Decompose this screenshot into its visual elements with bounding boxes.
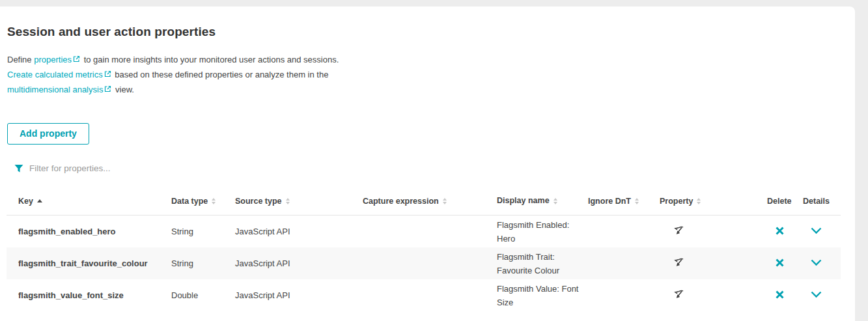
column-header-display-name[interactable]: Display name bbox=[497, 194, 588, 208]
source-type-cell: JavaScript API bbox=[235, 227, 363, 236]
page-title: Session and user action properties bbox=[7, 25, 855, 39]
column-header-label: Capture expression bbox=[363, 197, 439, 206]
external-link-icon bbox=[104, 68, 112, 83]
filter-funnel-icon bbox=[14, 164, 23, 173]
table-row: flagsmith_trait_favourite_colour String … bbox=[7, 247, 841, 279]
multidimensional-analysis-link[interactable]: multidimensional analysis bbox=[7, 85, 103, 94]
delete-x-icon[interactable] bbox=[775, 258, 785, 268]
column-header-details: Details bbox=[803, 197, 841, 206]
property-type-cell bbox=[660, 288, 767, 303]
display-name-cell: Flagsmith Trait: Favourite Colour bbox=[497, 250, 588, 277]
delete-x-icon[interactable] bbox=[775, 290, 785, 300]
data-type-cell: String bbox=[171, 258, 235, 268]
data-type-cell: String bbox=[171, 227, 235, 236]
data-type-cell: Double bbox=[171, 290, 235, 300]
external-link-icon bbox=[72, 53, 81, 68]
sort-toggle-icon bbox=[212, 198, 216, 204]
column-header-label: Ignore DnT bbox=[588, 197, 631, 206]
details-cell bbox=[803, 227, 841, 236]
details-cell bbox=[803, 258, 841, 268]
column-header-capture-expression[interactable]: Capture expression bbox=[363, 197, 497, 206]
delete-cell bbox=[767, 226, 803, 238]
intro-text-segment: view. bbox=[113, 85, 134, 94]
intro-text-segment: Define bbox=[7, 55, 34, 64]
column-header-label: Display name bbox=[497, 194, 550, 208]
property-type-cell bbox=[660, 257, 767, 271]
column-header-key[interactable]: Key bbox=[7, 197, 171, 206]
sort-toggle-icon bbox=[553, 198, 557, 204]
delete-x-icon[interactable] bbox=[775, 226, 785, 236]
column-header-delete: Delete bbox=[767, 197, 803, 206]
properties-link[interactable]: properties bbox=[34, 55, 72, 64]
scrollbar-track[interactable] bbox=[855, 0, 868, 321]
add-property-button[interactable]: Add property bbox=[7, 123, 89, 145]
source-type-cell: JavaScript API bbox=[235, 258, 363, 268]
sort-toggle-icon bbox=[635, 198, 639, 204]
intro-text-segment: based on these defined properties or ana… bbox=[113, 70, 329, 79]
filter-properties-input[interactable] bbox=[28, 163, 236, 174]
column-header-property[interactable]: Property bbox=[660, 197, 767, 206]
calculated-metrics-link[interactable]: Create calculated metrics bbox=[7, 70, 103, 79]
sort-toggle-icon bbox=[443, 198, 447, 204]
table-row: flagsmith_enabled_hero String JavaScript… bbox=[7, 216, 841, 247]
column-header-label: Data type bbox=[171, 197, 208, 206]
intro-text-segment: to gain more insights into your monitore… bbox=[81, 55, 339, 64]
property-type-cell bbox=[660, 225, 767, 239]
column-header-label: Delete bbox=[767, 197, 792, 206]
sort-ascending-icon bbox=[37, 199, 42, 202]
delete-cell bbox=[767, 258, 803, 270]
intro-line-2: Create calculated metrics based on these… bbox=[7, 68, 855, 83]
action-property-icon bbox=[673, 225, 685, 237]
action-property-icon bbox=[673, 257, 685, 269]
display-name-cell: Flagsmith Enabled: Hero bbox=[497, 218, 588, 245]
column-header-label: Key bbox=[18, 197, 33, 206]
intro-text: Define properties to gain more insights … bbox=[7, 53, 855, 98]
property-key-cell: flagsmith_enabled_hero bbox=[7, 227, 171, 236]
column-header-label: Source type bbox=[235, 197, 282, 206]
source-type-cell: JavaScript API bbox=[235, 290, 363, 300]
delete-cell bbox=[767, 290, 803, 301]
sort-toggle-icon bbox=[697, 198, 701, 204]
table-header-row: Key Data type Source type Capture expres… bbox=[7, 194, 841, 216]
column-header-label: Details bbox=[803, 197, 830, 206]
details-cell bbox=[803, 290, 841, 300]
intro-line-1: Define properties to gain more insights … bbox=[7, 53, 855, 68]
column-header-source-type[interactable]: Source type bbox=[235, 197, 363, 206]
chevron-down-icon[interactable] bbox=[811, 227, 822, 234]
table-row: flagsmith_value_font_size Double JavaScr… bbox=[7, 279, 841, 311]
sort-toggle-icon bbox=[286, 198, 290, 204]
main-panel: Session and user action properties Defin… bbox=[0, 7, 855, 321]
chevron-down-icon[interactable] bbox=[811, 259, 822, 266]
property-key-cell: flagsmith_trait_favourite_colour bbox=[7, 258, 171, 268]
filter-bar bbox=[14, 163, 855, 174]
display-name-cell: Flagsmith Value: Font Size bbox=[497, 282, 588, 309]
property-key-cell: flagsmith_value_font_size bbox=[7, 290, 171, 300]
intro-line-3: multidimensional analysis view. bbox=[7, 83, 855, 98]
properties-table: Key Data type Source type Capture expres… bbox=[7, 194, 841, 311]
action-property-icon bbox=[673, 288, 685, 301]
external-link-icon bbox=[104, 83, 112, 98]
column-header-label: Property bbox=[660, 197, 693, 206]
column-header-ignore-dnt[interactable]: Ignore DnT bbox=[588, 197, 660, 206]
chevron-down-icon[interactable] bbox=[811, 291, 822, 298]
column-header-data-type[interactable]: Data type bbox=[171, 197, 235, 206]
